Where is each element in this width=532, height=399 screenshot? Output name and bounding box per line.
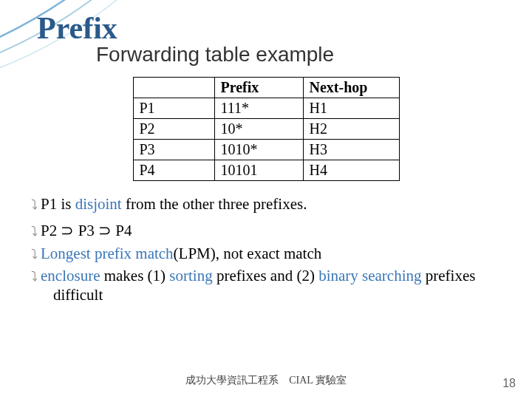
table-row: P1 111* H1	[133, 98, 399, 119]
bullet-1: ⤵P1 is disjoint from the other three pre…	[31, 194, 502, 214]
table-row: P2 10* H2	[133, 119, 399, 140]
bullet-4: ⤵enclosure makes (1) sorting prefixes an…	[31, 266, 502, 305]
forwarding-table: Prefix Next-hop P1 111* H1 P2 10* H2 P3 …	[133, 77, 400, 181]
table-row: P4 10101 H4	[133, 160, 399, 181]
th-prefix: Prefix	[214, 78, 303, 98]
th-nexthop: Next-hop	[303, 78, 399, 98]
th-blank	[133, 78, 214, 98]
footer-text: 成功大學資訊工程系 CIAL 實驗室	[0, 374, 532, 387]
table-header-row: Prefix Next-hop	[133, 78, 399, 98]
slide-title: Prefix	[37, 10, 502, 46]
bullet-2: ⤵P2 ⊃ P3 ⊃ P4	[31, 221, 502, 240]
bullet-list: ⤵P1 is disjoint from the other three pre…	[31, 194, 502, 304]
bullet-3: ⤵Longest prefix match(LPM), not exact ma…	[31, 244, 502, 263]
slide-subtitle: Forwarding table example	[96, 43, 502, 66]
table-row: P3 1010* H3	[133, 140, 399, 160]
page-number: 18	[502, 377, 516, 390]
